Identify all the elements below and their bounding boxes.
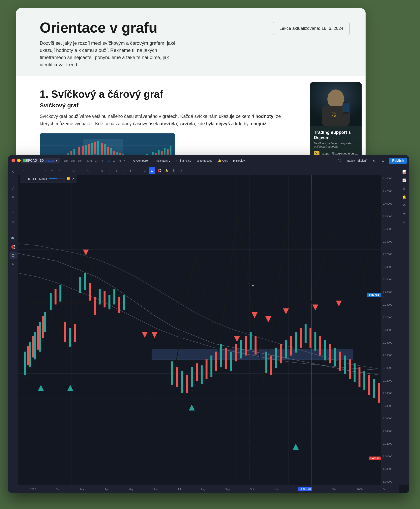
svg-rect-82 [99,289,101,304]
tf-30m[interactable]: 30m [85,158,93,163]
svg-rect-77 [74,324,76,342]
price-level-7: 2.32000 [383,253,397,256]
tool-measure[interactable]: ↕ [9,227,17,234]
minimize-window-button[interactable] [17,159,21,162]
tv-financials-btn[interactable]: ≡ Financials [174,158,193,163]
tf-4h[interactable]: 4h [100,158,106,163]
svg-rect-115 [309,328,312,348]
tool-crosshair[interactable]: + [9,177,17,184]
tv-compare-btn[interactable]: ⊕ Compare [131,158,150,163]
price-level-17: 2.12000 [383,379,397,382]
tool-fib[interactable]: ≋ [9,193,17,201]
tv-drawing-toolbar: ↖ ╱ — → ↔ ⟋ ≋ □ ○ △ ⌒ ⊘ ↑ T ✎ $ ↕ ⊕ ⊡ 🧲 … [18,166,399,175]
replay-speed-slider[interactable] [49,178,65,179]
svg-rect-90 [181,371,183,393]
draw-arrow-btn[interactable]: ↑ [106,167,112,174]
toolbar-separator-1 [128,158,129,163]
draw-measure-btn[interactable]: ↕ [135,167,141,174]
tf-15m[interactable]: 15m [77,158,84,163]
price-level-5: 2.36000 [383,227,397,231]
time-label-7: Aug [201,488,205,491]
draw-circle-btn[interactable]: ○ [77,167,84,174]
tv-templates-btn[interactable]: ⊡ Templates [195,158,214,163]
tool-zoom[interactable]: 🔍 [9,235,17,242]
draw-channel-btn[interactable]: ⊘ [99,167,105,174]
close-window-button[interactable] [12,159,15,162]
draw-triangle-btn[interactable]: △ [85,167,91,174]
draw-cursor-btn[interactable]: ↖ [20,167,27,174]
tool-shapes[interactable]: □ [9,202,17,209]
draw-text-btn[interactable]: T [113,167,120,174]
draw-trash-btn[interactable]: 🗑 [171,167,177,174]
replay-forward-btn[interactable]: ▶▶ [33,177,37,180]
tv-settings-btn[interactable]: ⚙ [371,158,377,163]
svg-rect-89 [176,367,178,387]
time-label-6: Jul [177,488,181,491]
lesson-title: Orientace v grafu [40,20,179,36]
right-tool-7[interactable]: ≡ [401,218,408,225]
right-tool-5[interactable]: ⚙ [401,202,408,209]
right-tool-4[interactable]: 🔔 [401,193,408,201]
replay-icon-1[interactable]: ⟵ [22,177,26,180]
tv-alert-btn[interactable]: 🔔 Alert [216,158,230,163]
tv-layout-btn[interactable]: ⊞ [380,158,386,163]
replay-close-btn[interactable]: ✕ [72,177,75,180]
tf-1m[interactable]: 1m [63,158,69,163]
draw-trend-btn[interactable]: ⟋ [56,167,62,174]
draw-line-btn[interactable]: ╱ [27,167,34,174]
svg-rect-80 [89,283,91,301]
tf-5m[interactable]: 5m [69,158,76,163]
maximize-window-button[interactable] [23,159,26,162]
draw-zoom-btn[interactable]: ⊕ [142,167,148,174]
draw-price-btn[interactable]: $ [128,167,134,174]
tf-1d[interactable]: D [106,158,111,163]
support-title: Trading support s Dejvem [314,130,358,140]
draw-settings-btn[interactable]: ⚙ [178,167,184,174]
tv-price-scale: 2.44000 2.42000 2.40000 2.38000 2.36000 … [381,175,399,485]
right-tool-2[interactable]: 📈 [401,177,408,184]
tv-indicators-btn[interactable]: ƒ Indicators ∨ [151,158,172,163]
draw-rect-btn[interactable]: □ [70,167,77,174]
svg-rect-92 [191,367,193,387]
tool-cursor[interactable]: ↖ [9,168,17,175]
draw-lock-btn[interactable]: 🔒 [163,167,170,174]
tf-1w[interactable]: W [112,158,117,163]
tv-chart-canvas[interactable]: + 2.44000 2.42000 2.40000 2.38000 2.3600… [18,175,399,485]
draw-fib-btn[interactable]: ≋ [63,167,69,174]
support-email-row[interactable]: support@fxcg-education.cz [314,151,358,155]
tv-fullscreen-btn[interactable]: ⛶ [336,158,343,163]
right-tool-6[interactable]: ★ [401,210,408,217]
tv-low-price-badge: 2.00213 [369,456,381,460]
tool-active[interactable]: ⊡ [9,252,17,259]
publish-button[interactable]: Publish [389,158,407,164]
price-level-22: 2.02000 [383,442,397,445]
price-level-21: 2.04000 [383,430,397,433]
draw-hline-btn[interactable]: — [35,167,41,174]
svg-rect-128 [373,379,375,398]
tv-replay-btn[interactable]: ▶ Replay [231,158,247,163]
draw-extended-btn[interactable]: ↔ [49,167,55,174]
tf-1mo[interactable]: M [117,158,122,163]
draw-ray-btn[interactable]: → [42,167,48,174]
draw-path-btn[interactable]: ⌒ [92,167,98,174]
tool-line[interactable]: ╱ [9,185,17,192]
draw-magnet-btn[interactable]: 🧲 [156,167,163,174]
time-label-1: Feb [56,488,60,491]
tv-symbol-badge[interactable]: GBPCAD 1D FXCM ● [21,158,60,163]
lesson-subtitle: Dozvíš se, jaký je rozdíl mezi svíčkovým… [40,39,179,68]
price-level-13: 2.20000 [383,328,397,332]
replay-play-btn[interactable]: ▶ [28,177,30,180]
svg-marker-137 [234,336,240,342]
draw-active-btn[interactable]: ⊡ [149,167,155,174]
tool-text[interactable]: T [9,210,17,217]
replay-fast-btn[interactable]: ⏩ [67,177,70,180]
draw-note-btn[interactable]: ✎ [120,167,127,174]
tf-more[interactable]: • [123,158,126,163]
price-level-11: 2.24000 [383,303,397,306]
tool-settings[interactable]: ⚙ [9,260,17,267]
right-tool-3[interactable]: ⊞ [401,185,408,192]
tf-1h[interactable]: 1h [94,158,99,163]
tool-brush[interactable]: ✎ [9,218,17,225]
tool-magnet[interactable]: 🧲 [9,243,17,251]
right-tool-1[interactable]: 📊 [401,168,408,175]
